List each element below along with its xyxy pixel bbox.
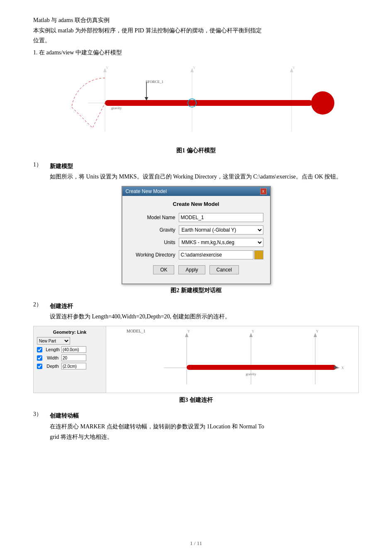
svg-text:Y: Y <box>316 330 319 333</box>
dialog-titlebar: Create New Model x <box>122 187 270 196</box>
figure2-area: Create New Model x Create New Model Mode… <box>33 186 359 284</box>
item1-title: 新建模型 <box>50 163 73 169</box>
panel-title: Geometry: Link <box>37 330 102 335</box>
svg-text:X: X <box>341 366 344 370</box>
figure1-caption: 图1 偏心杆模型 <box>33 147 359 154</box>
item2-title: 创建连杆 <box>50 303 73 309</box>
length-input[interactable] <box>61 346 86 353</box>
depth-row: Depth <box>37 363 102 369</box>
page-footer: 1 / 11 <box>0 540 392 547</box>
new-part-row: New Part <box>37 337 102 345</box>
depth-input[interactable] <box>61 363 86 369</box>
create-new-model-dialog: Create New Model x Create New Model Mode… <box>122 186 271 284</box>
svg-marker-38 <box>314 333 317 337</box>
units-label: Units <box>129 240 179 245</box>
svg-text:Y: Y <box>252 330 254 333</box>
units-row: Units MMKS - mm,kg,N,s,deg <box>129 238 263 247</box>
ok-button[interactable]: OK <box>153 265 174 274</box>
item2-label: 2） <box>33 301 50 322</box>
dialog-buttons: OK Apply Cancel <box>129 265 263 279</box>
svg-text:SFORCE_1: SFORCE_1 <box>146 80 163 84</box>
item3: 3） 创建转动幅 在连杆质心 MARKER 点处创建转动幅，旋转副的参数设置为 … <box>33 411 359 442</box>
item3-content: 创建转动幅 在连杆质心 MARKER 点处创建转动幅，旋转副的参数设置为 1Lo… <box>50 411 359 442</box>
svg-text:Y: Y <box>187 330 190 333</box>
item1-text: 如图所示，将 Units 设置为 MMKS。设置自己的 Working Dire… <box>50 171 359 182</box>
document-title: Matlab 与 adams 联合仿真实例 <box>33 17 359 24</box>
item2-text: 设置连杆参数为 Length=400,Width=20,Depth=20, 创建… <box>50 311 359 322</box>
item2: 2） 创建连杆 设置连杆参数为 Length=400,Width=20,Dept… <box>33 301 359 322</box>
svg-text:gravity: gravity <box>111 106 122 110</box>
svg-text:gravity: gravity <box>246 372 256 376</box>
figure3-area: Geometry: Link New Part Length Width Dep… <box>33 326 359 393</box>
units-select[interactable]: MMKS - mm,kg,N,s,deg <box>179 238 263 247</box>
intro-paragraph: 本实例以 matlab 为外部控制程序，使用 PID 算法控制偏心杆的摆动，使偏… <box>33 26 359 46</box>
geometry-link-panel: Geometry: Link New Part Length Width Dep… <box>34 326 106 393</box>
model-name-label: Model Name <box>129 215 179 220</box>
item1-content: 新建模型 如图所示，将 Units 设置为 MMKS。设置自己的 Working… <box>50 161 359 182</box>
working-dir-label: Working Directory <box>129 252 179 258</box>
step1-heading: 1. 在 adams/view 中建立偏心杆模型 <box>33 49 359 56</box>
svg-point-21 <box>311 91 334 115</box>
width-checkbox[interactable] <box>37 355 42 361</box>
item3-title: 创建转动幅 <box>50 413 79 419</box>
item2-content: 创建连杆 设置连杆参数为 Length=400,Width=20,Depth=2… <box>50 301 359 322</box>
new-part-select[interactable]: New Part <box>37 337 70 345</box>
gravity-select[interactable]: Earth Normal (-Global Y) <box>179 225 263 235</box>
dialog-close-button[interactable]: x <box>260 188 267 195</box>
working-dir-input[interactable] <box>179 250 253 259</box>
figure2-caption: 图2 新建模型对话框 <box>33 287 359 294</box>
svg-text:Y: Y <box>292 66 295 70</box>
model-name-row: Model Name <box>129 213 263 222</box>
item3-text: 在连杆质心 MARKER 点处创建转动幅，旋转副的参数设置为 1Location… <box>50 421 359 442</box>
depth-checkbox[interactable] <box>37 364 42 369</box>
width-label: Width <box>44 355 61 360</box>
svg-text:Y: Y <box>106 66 109 70</box>
gravity-label: Gravity <box>129 227 179 233</box>
folder-browse-button[interactable] <box>254 250 263 259</box>
item1-label: 1） <box>33 161 50 182</box>
depth-label: Depth <box>44 364 61 369</box>
dialog-content: Create New Model Model Name Gravity Eart… <box>122 196 270 284</box>
apply-button[interactable]: Apply <box>178 265 205 274</box>
page-number: 1 / 11 <box>190 540 202 546</box>
figure1-image: Y X Y X Y X SFORCE_1 <box>51 61 341 144</box>
length-checkbox[interactable] <box>37 347 42 352</box>
working-dir-row: Working Directory <box>129 250 263 259</box>
svg-rect-43 <box>187 365 336 370</box>
figure3-caption: 图3 创建连杆 <box>33 396 359 404</box>
figure3-image: Geometry: Link New Part Length Width Dep… <box>33 326 359 393</box>
cancel-button[interactable]: Cancel <box>209 265 239 274</box>
item1: 1） 新建模型 如图所示，将 Units 设置为 MMKS。设置自己的 Work… <box>33 161 359 182</box>
width-row: Width <box>37 355 102 361</box>
figure1-area: Y X Y X Y X SFORCE_1 <box>33 61 359 144</box>
length-row: Length <box>37 346 102 353</box>
svg-text:Y: Y <box>193 66 196 70</box>
figure3-canvas: MODEL_1 Y X Y X Y X <box>106 326 358 393</box>
svg-marker-32 <box>249 333 253 337</box>
dialog-title-text: Create New Model <box>126 188 167 194</box>
item3-label: 3） <box>33 411 50 442</box>
width-input[interactable] <box>61 355 86 361</box>
length-label: Length <box>44 347 61 352</box>
model-label: MODEL_1 <box>127 329 146 333</box>
model-name-input[interactable] <box>179 213 263 222</box>
svg-marker-26 <box>185 333 188 337</box>
svg-rect-20 <box>105 100 312 106</box>
gravity-row: Gravity Earth Normal (-Global Y) <box>129 225 263 235</box>
dialog-main-title: Create New Model <box>129 201 263 207</box>
